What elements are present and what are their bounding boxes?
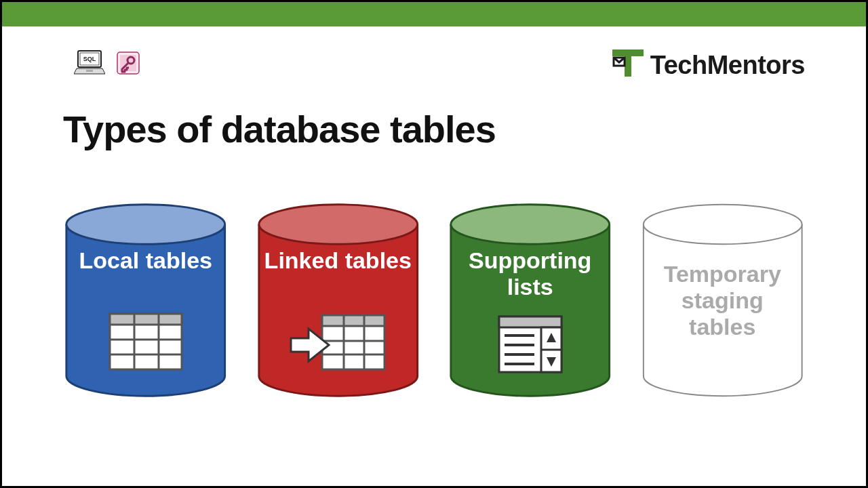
brand: TechMentors [612, 49, 805, 81]
cylinder-label: Linked tables [256, 247, 421, 274]
top-accent-bar [2, 2, 866, 26]
cylinder-supporting-lists: Supporting lists [448, 199, 613, 402]
svg-rect-3 [86, 70, 93, 72]
brand-logo-icon [612, 49, 644, 81]
cylinder-linked-tables: Linked tables [256, 199, 421, 402]
cylinder-local-tables: Local tables [63, 199, 229, 402]
header-icons: SQL [74, 49, 142, 79]
svg-rect-18 [322, 315, 384, 326]
svg-point-16 [258, 205, 417, 244]
cylinder-row: Local tables Linked tables [63, 199, 805, 402]
linked-table-icon [256, 311, 421, 376]
cylinder-label: Supporting lists [448, 247, 613, 300]
svg-point-23 [451, 205, 610, 244]
svg-text:SQL: SQL [83, 56, 96, 62]
list-picker-icon [448, 315, 613, 373]
svg-rect-25 [499, 317, 561, 327]
svg-point-32 [643, 205, 802, 244]
access-key-icon [115, 49, 142, 79]
svg-point-9 [66, 205, 225, 244]
slide-title: Types of database tables [63, 107, 496, 151]
cylinder-shape [63, 199, 229, 402]
cylinder-label: Local tables [63, 247, 229, 274]
brand-name: TechMentors [650, 51, 805, 80]
cylinder-temporary-staging: Temporary staging tables [640, 199, 806, 402]
table-grid-icon [63, 312, 229, 371]
cylinder-label: Temporary staging tables [640, 261, 806, 340]
svg-rect-11 [110, 314, 182, 325]
sql-laptop-icon: SQL [74, 49, 105, 79]
